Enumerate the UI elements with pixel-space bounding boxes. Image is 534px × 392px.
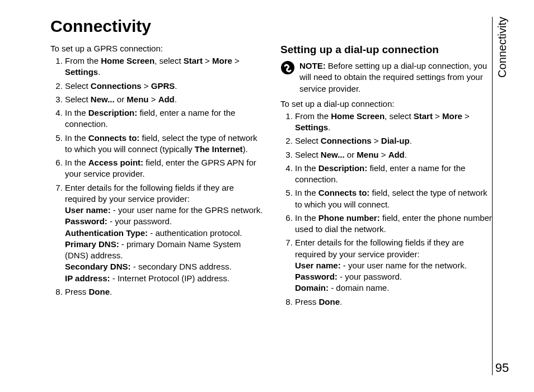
note-block: NOTE: Before setting up a dial-up connec… [280,60,495,95]
list-item: In the Description: field, enter a name … [65,107,265,130]
side-section-label: Connectivity [496,17,509,78]
page-number: 95 [495,361,509,375]
list-item: Press Done. [65,286,265,297]
list-item: Enter details for the following fields i… [295,237,495,294]
list-item: Select New... or Menu > Add. [295,149,495,160]
gprs-steps: From the Home Screen, select Start > Mor… [50,55,265,297]
list-item: In the Connects to: field, select the ty… [65,133,265,155]
note-text: NOTE: Before setting up a dial-up connec… [299,60,495,95]
note-icon [280,60,295,75]
list-item: In the Phone number: field, enter the ph… [295,212,495,235]
dialup-steps: From the Home Screen, select Start > Mor… [280,111,495,308]
list-item: In the Description: field, enter a name … [295,163,495,186]
list-item: From the Home Screen, select Start > Mor… [65,55,265,78]
gprs-intro: To set up a GPRS connection: [50,44,265,53]
content-columns: To set up a GPRS connection: From the Ho… [50,44,495,310]
document-page: Connectivity To set up a GPRS connection… [0,0,534,392]
list-item: Select New... or Menu > Add. [65,94,265,105]
list-item: Enter details for the following fields i… [65,182,265,284]
list-item: From the Home Screen, select Start > Mor… [295,111,495,134]
list-item: Select Connections > GPRS. [65,81,265,92]
list-item: Press Done. [295,296,495,308]
list-item: Select Connections > Dial-up. [295,135,495,147]
list-item: In the Access point: field, enter the GP… [65,157,265,180]
list-item: In the Connects to: field, select the ty… [295,187,495,210]
dialup-intro: To set up a dial-up connection: [280,99,495,108]
left-column: To set up a GPRS connection: From the Ho… [50,44,265,310]
dialup-heading: Setting up a dial-up connection [280,44,495,56]
right-column: Setting up a dial-up connection NOTE: Be… [280,44,495,310]
page-title: Connectivity [50,17,495,36]
side-marker: Connectivity 95 [492,17,508,375]
